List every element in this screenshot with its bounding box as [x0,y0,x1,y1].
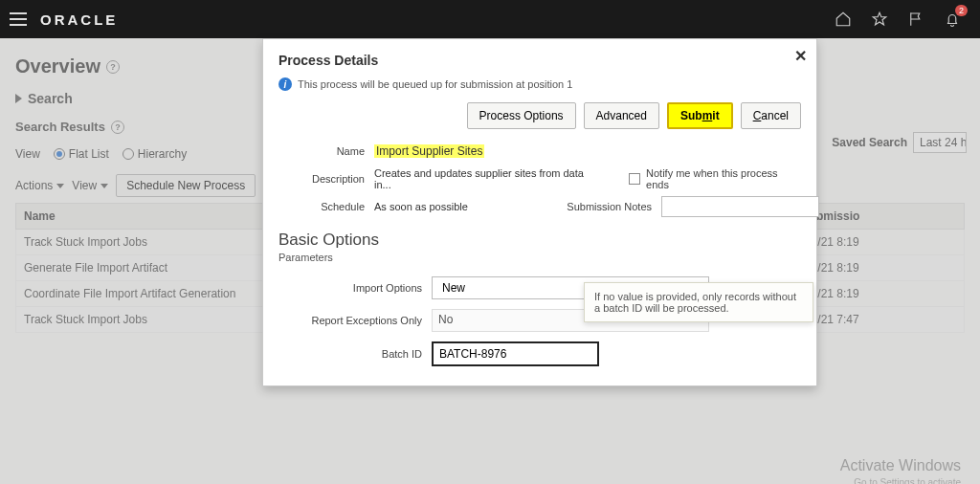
checkbox-icon [629,173,640,185]
parameters-subheading: Parameters [278,252,801,263]
schedule-row: Schedule As soon as possible Submission … [278,196,801,217]
process-details-dialog: Process Details ✕ i This process will be… [262,38,817,386]
name-label: Name [278,145,365,157]
windows-watermark-sub: Go to Settings to activate [854,477,961,484]
star-icon[interactable] [867,7,892,32]
home-icon[interactable] [831,7,856,32]
menu-icon[interactable] [10,12,27,26]
description-value: Creates and updates supplier sites from … [374,167,600,190]
dialog-button-row: Process Options Advanced Submit Cancel [278,102,801,129]
flag-icon[interactable] [903,7,928,32]
process-options-button[interactable]: Process Options [467,102,576,129]
submission-notes-label: Submission Notes [546,201,652,212]
report-exceptions-label: Report Exceptions Only [278,315,422,326]
info-icon: i [278,77,292,91]
schedule-label: Schedule [278,201,365,212]
batch-id-label: Batch ID [278,348,422,360]
info-text: This process will be queued up for submi… [298,78,572,90]
notify-checkbox[interactable]: Notify me when this process ends [629,167,801,190]
submission-notes-input[interactable] [661,196,819,217]
bell-badge: 2 [955,5,968,16]
basic-options-heading: Basic Options [278,231,801,250]
close-icon[interactable]: ✕ [794,47,807,65]
import-options-label: Import Options [278,282,422,294]
advanced-button[interactable]: Advanced [584,102,659,129]
notify-label: Notify me when this process ends [646,167,801,190]
bell-icon[interactable]: 2 [940,7,965,32]
page-body: Overview ? Search Search Results ? View … [0,38,980,484]
cancel-button[interactable]: Cancel [741,102,801,129]
dialog-title: Process Details [278,49,801,76]
batch-id-tooltip: If no value is provided, only records wi… [584,282,813,322]
submit-button[interactable]: Submit [667,102,733,129]
process-name-value: Import Supplier Sites [374,144,484,158]
brand-logo: ORACLE [40,11,118,28]
info-message: i This process will be queued up for sub… [278,76,801,99]
global-header: ORACLE 2 [0,0,980,38]
windows-watermark: Activate Windows [840,457,961,474]
batch-id-input[interactable] [432,341,599,366]
schedule-value: As soon as possible [374,201,537,212]
description-label: Description [278,173,365,185]
header-form: Name Import Supplier Sites Description C… [278,144,801,190]
